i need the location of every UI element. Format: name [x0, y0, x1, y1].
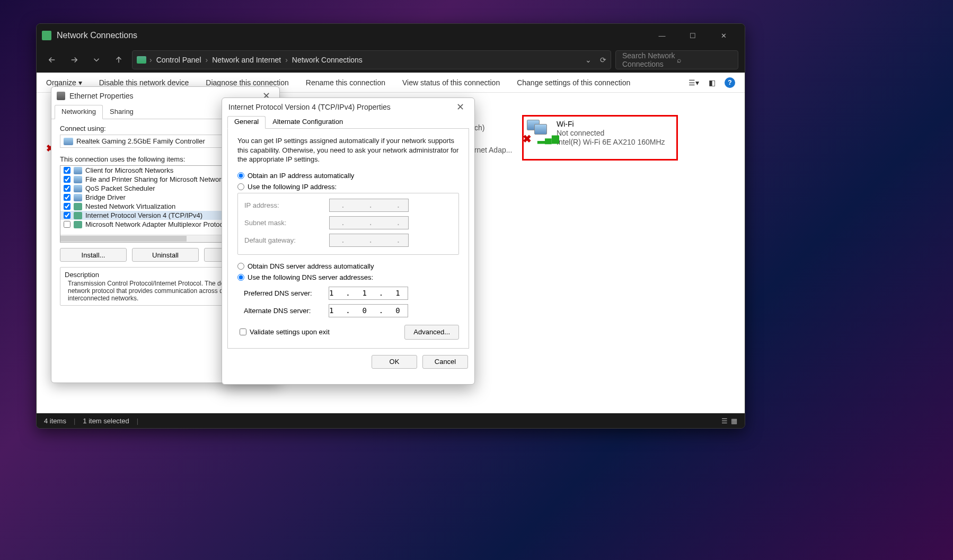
rename-button[interactable]: Rename this connection	[306, 78, 385, 87]
back-button[interactable]	[43, 51, 61, 69]
change-settings-button[interactable]: Change settings of this connection	[517, 78, 630, 87]
minimize-button[interactable]: —	[652, 26, 672, 45]
wifi-signal-icon: ▂▄▆	[537, 132, 559, 144]
location-icon	[137, 56, 146, 64]
app-icon	[42, 31, 51, 40]
status-bar: 4 items | 1 item selected | ☰ ▦	[37, 413, 745, 428]
maximize-button[interactable]: ☐	[683, 26, 702, 45]
dns-manual-radio[interactable]	[237, 274, 244, 281]
validate-checkbox[interactable]	[240, 328, 246, 335]
up-button[interactable]	[110, 51, 128, 69]
help-icon[interactable]: ?	[725, 77, 735, 88]
item-label: Nested Network Virtualization	[85, 202, 175, 210]
wifi-connection-icon: ✖ ▂▄▆	[527, 120, 552, 145]
adapter-name: Realtek Gaming 2.5GbE Family Controller	[76, 137, 205, 145]
item-checkbox[interactable]	[64, 203, 70, 210]
ok-button[interactable]: OK	[372, 355, 417, 369]
protocol-icon	[74, 203, 82, 210]
adapter-icon	[64, 138, 73, 145]
search-icon: ⌕	[677, 56, 731, 64]
connection-device: Intel(R) Wi-Fi 6E AX210 160MHz	[557, 138, 665, 146]
alternate-dns-label: Alternate DNS server:	[244, 307, 329, 315]
item-checkbox[interactable]	[64, 194, 70, 201]
preview-pane-icon[interactable]: ◧	[707, 77, 717, 88]
breadcrumb-part[interactable]: Network and Internet	[209, 56, 284, 64]
dns-manual-label: Use the following DNS server addresses:	[248, 273, 373, 281]
protocol-icon	[74, 185, 82, 192]
dialog-titlebar: Internet Protocol Version 4 (TCP/IPv4) P…	[222, 98, 474, 116]
item-label: File and Printer Sharing for Microsoft N…	[85, 175, 228, 183]
recent-dropdown[interactable]	[87, 51, 105, 69]
advanced-button[interactable]: Advanced...	[404, 325, 459, 340]
intro-text: You can get IP settings assigned automat…	[237, 136, 459, 164]
connection-name: Wi-Fi	[557, 120, 665, 128]
cancel-button[interactable]: Cancel	[422, 355, 468, 369]
tab-alternate-config[interactable]: Alternate Configuration	[266, 116, 350, 129]
view-options-icon[interactable]: ☰▾	[689, 77, 699, 88]
ip-address-input	[329, 199, 409, 212]
protocol-icon	[74, 194, 82, 201]
search-input[interactable]: Search Network Connections ⌕	[615, 50, 738, 69]
window-controls: — ☐ ✕	[652, 26, 739, 45]
titlebar: Network Connections — ☐ ✕	[37, 24, 745, 47]
protocol-icon	[74, 176, 82, 183]
subnet-mask-input	[329, 216, 409, 229]
ip-auto-label: Obtain an IP address automatically	[248, 172, 354, 180]
close-icon[interactable]: ✕	[452, 101, 468, 113]
ip-manual-label: Use the following IP address:	[248, 183, 337, 191]
item-checkbox[interactable]	[64, 221, 70, 228]
disconnected-x-icon: ✖	[523, 132, 532, 145]
ip-address-label: IP address:	[244, 201, 329, 209]
breadcrumb-part[interactable]: Control Panel	[153, 56, 205, 64]
breadcrumb[interactable]: › Control Panel › Network and Internet ›…	[132, 50, 611, 69]
uninstall-button[interactable]: Uninstall	[132, 248, 199, 262]
alternate-dns-input[interactable]	[329, 304, 408, 317]
item-checkbox[interactable]	[64, 185, 70, 192]
item-label: Microsoft Network Adapter Multiplexor Pr…	[85, 220, 228, 228]
dialog-title: Internet Protocol Version 4 (TCP/IPv4) P…	[228, 103, 391, 111]
diagnose-button[interactable]: Diagnose this connection	[206, 78, 288, 87]
dns-auto-label: Obtain DNS server address automatically	[248, 262, 374, 270]
status-selected-count: 1 item selected	[83, 417, 129, 425]
partial-connection-text: ernet Adap...	[470, 146, 512, 154]
connection-status: Not connected	[557, 129, 665, 137]
ip-manual-radio[interactable]	[237, 183, 244, 190]
tab-networking[interactable]: Networking	[55, 105, 103, 119]
address-dropdown-icon[interactable]: ⌄	[585, 56, 592, 64]
nav-toolbar: › Control Panel › Network and Internet ›…	[37, 47, 745, 73]
connection-item-wifi[interactable]: ✖ ▂▄▆ Wi-Fi Not connected Intel(R) Wi-Fi…	[522, 115, 678, 161]
ipv4-tabs: General Alternate Configuration	[222, 116, 474, 129]
organize-menu[interactable]: Organize ▾	[46, 78, 82, 87]
item-checkbox[interactable]	[64, 212, 70, 219]
tab-general[interactable]: General	[227, 116, 266, 129]
disable-device-button[interactable]: Disable this network device	[99, 78, 189, 87]
forward-button[interactable]	[65, 51, 83, 69]
preferred-dns-input[interactable]	[329, 287, 408, 300]
install-button[interactable]: Install...	[60, 248, 127, 262]
status-item-count: 4 items	[44, 417, 66, 425]
item-checkbox[interactable]	[64, 167, 70, 174]
item-label: Bridge Driver	[85, 193, 126, 201]
dialog-title: Ethernet Properties	[69, 92, 134, 100]
details-view-icon[interactable]: ☰	[721, 417, 728, 425]
item-checkbox[interactable]	[64, 176, 70, 183]
tab-sharing[interactable]: Sharing	[103, 105, 140, 119]
icons-view-icon[interactable]: ▦	[731, 417, 737, 425]
protocol-icon	[74, 221, 82, 228]
subnet-mask-label: Subnet mask:	[244, 219, 329, 227]
refresh-icon[interactable]: ⟳	[600, 56, 606, 64]
view-status-button[interactable]: View status of this connection	[402, 78, 500, 87]
item-label: Client for Microsoft Networks	[85, 166, 173, 174]
validate-label: Validate settings upon exit	[250, 328, 330, 336]
ipv4-properties-dialog: Internet Protocol Version 4 (TCP/IPv4) P…	[222, 97, 475, 385]
default-gateway-input	[329, 234, 409, 247]
item-label: QoS Packet Scheduler	[85, 184, 155, 192]
protocol-icon	[74, 167, 82, 174]
protocol-icon	[74, 212, 82, 219]
window-title: Network Connections	[57, 31, 137, 40]
breadcrumb-part[interactable]: Network Connections	[289, 56, 366, 64]
ethernet-icon	[57, 92, 65, 100]
dns-auto-radio[interactable]	[237, 263, 244, 270]
ip-auto-radio[interactable]	[237, 172, 244, 179]
close-button[interactable]: ✕	[714, 26, 733, 45]
